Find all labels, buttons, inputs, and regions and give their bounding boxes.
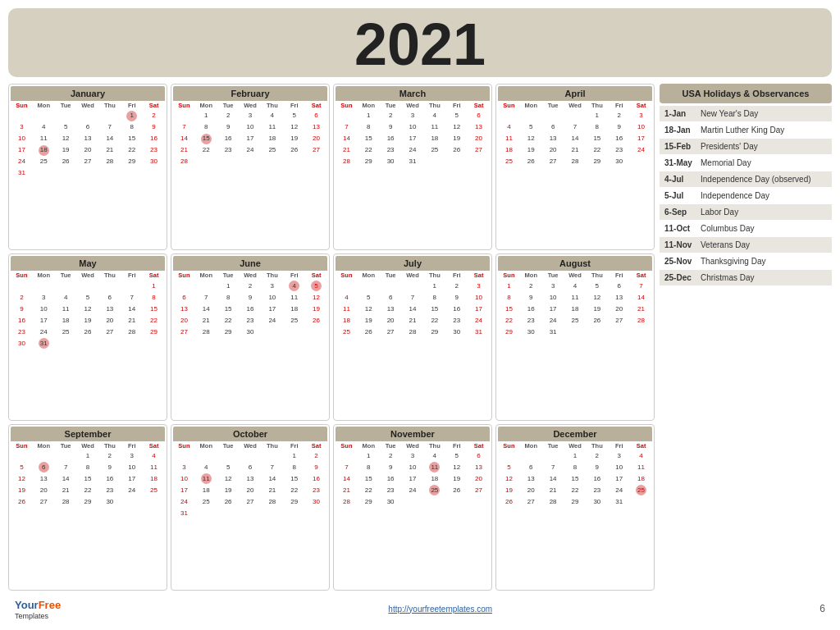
day-num: 10 xyxy=(267,292,277,303)
day-cell: 20 xyxy=(305,133,327,144)
footer-page: 6 xyxy=(819,603,825,614)
day-cell: 13 xyxy=(240,473,262,485)
day-num: 21 xyxy=(267,485,277,495)
day-cell: 29 xyxy=(143,326,165,337)
day-header-thu: Thu xyxy=(261,441,283,450)
day-cell: 23 xyxy=(380,144,402,156)
day-num: 19 xyxy=(591,304,602,314)
day-cell: 22 xyxy=(217,314,240,326)
day-cell: 1 xyxy=(358,110,380,121)
day-num: 6 xyxy=(548,122,559,133)
day-cell: 7 xyxy=(121,291,143,303)
day-cell: 9 xyxy=(217,121,240,133)
day-cell: 25 xyxy=(195,496,217,508)
day-cell: 23 xyxy=(11,326,33,337)
day-cell: 27 xyxy=(240,496,262,508)
month-title-september: September xyxy=(11,427,165,441)
day-cell: 16 xyxy=(445,303,468,314)
footer: YourFree Templates http://yourfreetempla… xyxy=(8,594,832,622)
logo-your: Your xyxy=(15,599,39,611)
day-num: 8 xyxy=(201,122,212,133)
day-num: 9 xyxy=(311,462,322,472)
day-cell: 27 xyxy=(305,144,327,156)
day-header-fri: Fri xyxy=(445,271,468,280)
day-num: 4 xyxy=(201,462,212,472)
day-num: 31 xyxy=(16,168,27,179)
day-num: 4 xyxy=(636,450,646,461)
day-cell: 25 xyxy=(283,314,305,326)
day-num: 25 xyxy=(39,157,49,167)
day-header-sun: Sun xyxy=(498,101,520,110)
day-num: 11 xyxy=(429,122,440,133)
day-cell: 11 xyxy=(261,121,283,133)
empty-cell xyxy=(336,280,358,291)
day-num: 5 xyxy=(451,450,462,461)
day-cell: 6 xyxy=(520,462,542,473)
day-num: 30 xyxy=(526,326,536,337)
day-cell: 22 xyxy=(283,485,305,496)
day-num: 5 xyxy=(451,111,462,121)
day-cell: 21 xyxy=(564,144,587,156)
day-cell: 15 xyxy=(498,303,520,314)
day-num: 14 xyxy=(407,304,418,314)
day-num: 10 xyxy=(16,134,27,144)
day-num: 20 xyxy=(473,134,484,144)
day-cell: 1 xyxy=(498,280,520,291)
day-cell: 21 xyxy=(55,485,77,496)
day-num: 28 xyxy=(569,157,580,167)
day-cell: 15 xyxy=(121,133,143,144)
day-num: 9 xyxy=(16,304,27,314)
day-cell: 22 xyxy=(586,144,608,156)
day-cell: 11 xyxy=(423,121,445,133)
day-cell: 14 xyxy=(336,473,358,485)
day-num: 11 xyxy=(201,473,212,484)
day-header-mon: Mon xyxy=(195,101,217,110)
day-cell: 13 xyxy=(468,121,490,133)
day-cell: 2 xyxy=(445,280,468,291)
month-box-september: SeptemberSunMonTueWedThuFriSat1234567891… xyxy=(8,424,167,591)
day-num: 4 xyxy=(61,292,71,303)
day-num: 10 xyxy=(407,462,418,472)
day-cell: 31 xyxy=(11,167,33,179)
day-cell: 19 xyxy=(445,133,468,144)
day-cell: 13 xyxy=(173,303,195,314)
day-cell: 15 xyxy=(77,473,99,485)
day-num: 5 xyxy=(223,462,234,472)
day-cell: 28 xyxy=(542,496,564,508)
month-title-november: November xyxy=(336,427,490,441)
day-cell: 25 xyxy=(498,156,520,167)
day-num: 20 xyxy=(82,145,93,156)
day-cell: 23 xyxy=(608,144,630,156)
day-num: 27 xyxy=(311,145,322,156)
day-num: 12 xyxy=(451,122,462,133)
day-cell: 10 xyxy=(121,462,143,473)
day-num: 19 xyxy=(82,315,93,326)
day-num: 22 xyxy=(591,145,602,156)
day-num: 10 xyxy=(636,122,646,133)
month-box-february: FebruarySunMonTueWedThuFriSat12345678910… xyxy=(171,84,330,250)
day-cell: 1 xyxy=(358,450,380,462)
day-cell: 24 xyxy=(542,314,564,326)
day-num: 1 xyxy=(148,281,159,291)
day-num: 4 xyxy=(289,281,299,291)
day-header-sat: Sat xyxy=(305,101,327,110)
day-cell: 2 xyxy=(380,110,402,121)
month-title-april: April xyxy=(498,86,652,101)
holiday-name: Christmas Day xyxy=(701,273,755,282)
day-num: 12 xyxy=(504,473,514,484)
day-num: 15 xyxy=(591,134,602,144)
day-cell: 9 xyxy=(240,291,262,303)
day-num: 22 xyxy=(289,485,299,495)
day-num: 9 xyxy=(104,462,115,472)
day-num: 13 xyxy=(244,473,255,484)
empty-cell xyxy=(195,280,217,291)
holiday-date: 31-May xyxy=(664,158,696,167)
footer-url[interactable]: http://yourfreetemplates.com xyxy=(388,605,492,614)
day-cell: 26 xyxy=(445,485,468,496)
day-num: 13 xyxy=(473,122,484,133)
day-cell: 11 xyxy=(423,462,445,473)
holiday-item: 1-JanNew Year's Day xyxy=(660,106,832,121)
day-cell: 5 xyxy=(445,450,468,462)
day-cell: 21 xyxy=(336,144,358,156)
day-header-tue: Tue xyxy=(55,101,77,110)
